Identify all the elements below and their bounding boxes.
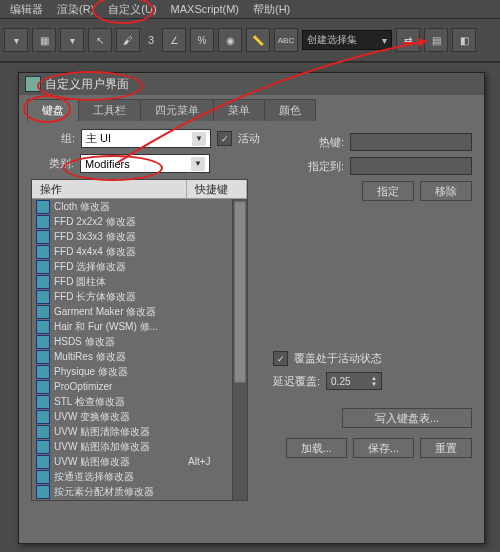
list-item-label: HSDS 修改器 [54,335,184,349]
modifier-icon [36,500,50,501]
list-item[interactable]: FFD 2x2x2 修改器 [32,214,247,229]
modifier-icon [36,380,50,394]
category-dropdown[interactable]: Modifiers▼ [80,154,210,173]
assign-button[interactable]: 指定 [362,181,414,201]
tool-spinner-icon[interactable]: ◉ [218,28,242,52]
remove-button[interactable]: 移除 [420,181,472,201]
tool-dropdown-2[interactable]: ▾ [60,28,84,52]
list-item[interactable]: UVW 贴图添加修改器 [32,439,247,454]
list-body[interactable]: Cloth 修改器FFD 2x2x2 修改器FFD 3x3x3 修改器FFD 4… [32,199,247,500]
tool-end-icon[interactable]: ◧ [452,28,476,52]
list-item[interactable]: UVW 贴图清除修改器 [32,424,247,439]
tool-dropdown-1[interactable]: ▾ [4,28,28,52]
col-shortcut[interactable]: 快捷键 [187,180,247,198]
list-item[interactable]: ProOptimizer [32,379,247,394]
tool-angle-icon[interactable]: ∠ [162,28,186,52]
dialog-tabs: 键盘 工具栏 四元菜单 菜单 颜色 [19,99,484,121]
col-action[interactable]: 操作 [32,180,187,198]
list-item[interactable]: UVW 贴图修改器Alt+J [32,454,247,469]
assigned-input[interactable] [350,157,472,175]
list-item-label: FFD 圆柱体 [54,275,184,289]
tab-toolbars[interactable]: 工具栏 [78,99,141,121]
tab-keyboard[interactable]: 键盘 [27,99,79,121]
tool-ruler-icon[interactable]: 📏 [246,28,270,52]
group-label: 组: [61,131,75,146]
list-item[interactable]: FFD 长方体修改器 [32,289,247,304]
list-item-label: UVW 变换修改器 [54,410,184,424]
menu-help[interactable]: 帮助(H) [247,1,296,18]
group-dropdown[interactable]: 主 UI▼ [81,129,211,148]
list-item[interactable]: Hair 和 Fur (WSM) 修... [32,319,247,334]
modifier-icon [36,470,50,484]
list-item[interactable]: Garment Maker 修改器 [32,304,247,319]
list-item[interactable]: MultiRes 修改器 [32,349,247,364]
modifier-icon [36,230,50,244]
modifier-icon [36,320,50,334]
list-item[interactable]: FFD 选择修改器 [32,259,247,274]
dialog-title-text: 自定义用户界面 [45,76,129,93]
modifier-icon [36,215,50,229]
modifier-icon [36,335,50,349]
list-item[interactable]: Cloth 修改器 [32,199,247,214]
list-item-label: ProOptimizer [54,381,184,392]
tool-percent-icon[interactable]: % [190,28,214,52]
menu-maxscript[interactable]: MAXScript(M) [165,2,245,16]
tool-number: 3 [144,34,158,46]
write-keyboard-button[interactable]: 写入键盘表... [342,408,472,428]
list-item-shortcut: Alt+J [188,456,211,467]
dialog-titlebar[interactable]: 自定义用户界面 [19,73,484,95]
tool-align-icon[interactable]: ▤ [424,28,448,52]
save-button[interactable]: 保存... [353,438,414,458]
tab-quads[interactable]: 四元菜单 [140,99,214,121]
main-menubar: 编辑器 渲染(R) 自定义(U) MAXScript(M) 帮助(H) [0,0,500,19]
menu-render[interactable]: 渲染(R) [51,1,100,18]
menu-customize[interactable]: 自定义(U) [102,1,162,18]
list-item[interactable]: 按通道选择修改器 [32,469,247,484]
scrollbar-thumb[interactable] [234,201,246,383]
list-item[interactable]: 按元素分配材质修改器 [32,484,247,499]
tool-layers-icon[interactable]: ▦ [32,28,56,52]
list-item[interactable]: FFD 4x4x4 修改器 [32,244,247,259]
selection-set-dropdown[interactable]: 创建选择集▾ [302,30,392,50]
list-item-label: MultiRes 修改器 [54,350,184,364]
list-item[interactable]: 保留修改器 [32,499,247,500]
assigned-label: 指定到: [308,159,344,174]
modifier-icon [36,200,50,214]
list-item-label: FFD 3x3x3 修改器 [54,230,184,244]
reset-button[interactable]: 重置 [420,438,472,458]
override-checkbox[interactable]: ✓ [273,351,288,366]
list-item-label: 按通道选择修改器 [54,470,184,484]
modifier-icon [36,395,50,409]
list-item[interactable]: FFD 3x3x3 修改器 [32,229,247,244]
modifier-icon [36,350,50,364]
tab-menus[interactable]: 菜单 [213,99,265,121]
list-item-label: 保留修改器 [54,500,184,501]
hotkey-input[interactable] [350,133,472,151]
list-item[interactable]: HSDS 修改器 [32,334,247,349]
tool-text-icon[interactable]: ABC [274,28,298,52]
list-item-label: Hair 和 Fur (WSM) 修... [54,320,184,334]
list-item[interactable]: Physique 修改器 [32,364,247,379]
modifier-icon [36,260,50,274]
tool-cursor-icon[interactable]: ↖ [88,28,112,52]
active-checkbox[interactable]: ✓ [217,131,232,146]
load-button[interactable]: 加载... [286,438,347,458]
list-header: 操作 快捷键 [32,180,247,199]
tab-colors[interactable]: 颜色 [264,99,316,121]
list-item-label: FFD 2x2x2 修改器 [54,215,184,229]
list-item[interactable]: UVW 变换修改器 [32,409,247,424]
delay-spinner[interactable]: 0.25 ▲▼ [326,372,382,390]
list-item-label: Physique 修改器 [54,365,184,379]
list-item-label: FFD 选择修改器 [54,260,184,274]
modifier-icon [36,305,50,319]
list-scrollbar[interactable] [232,199,247,500]
menu-editor[interactable]: 编辑器 [4,1,49,18]
list-item[interactable]: STL 检查修改器 [32,394,247,409]
tool-paint-icon[interactable]: 🖌 [116,28,140,52]
delay-label: 延迟覆盖: [273,374,320,389]
active-label: 活动 [238,131,260,146]
list-item-label: FFD 长方体修改器 [54,290,184,304]
tool-mirror-icon[interactable]: ⇄ [396,28,420,52]
list-item[interactable]: FFD 圆柱体 [32,274,247,289]
modifier-icon [36,440,50,454]
